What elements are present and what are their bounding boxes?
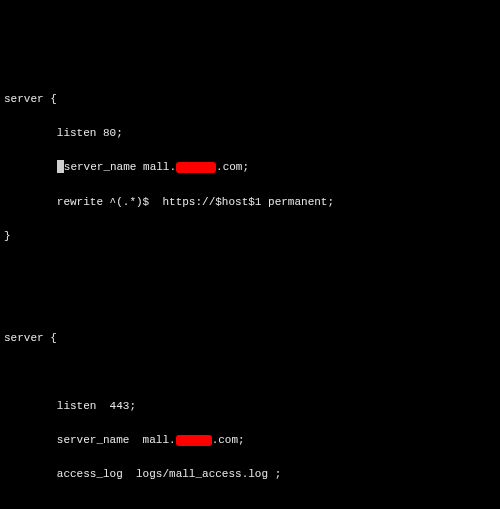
server2-listen: listen 443; <box>4 398 496 415</box>
blank-line <box>4 364 496 381</box>
server1-listen: listen 80; <box>4 125 496 142</box>
text-cursor[interactable] <box>57 160 64 173</box>
server1-open: server { <box>4 91 496 108</box>
server-name-text-b: .com; <box>212 434 245 446</box>
server-name-text-a: server_name mall. <box>4 434 176 446</box>
server1-server-name: server_name mall.xxxx.com; <box>4 159 496 176</box>
server-name-text-b: .com; <box>216 161 249 173</box>
server1-close: } <box>4 228 496 245</box>
blank-line <box>4 500 496 509</box>
redacted-domain: xxx <box>176 435 212 446</box>
server2-server-name: server_name mall.xxx.com; <box>4 432 496 449</box>
indent <box>4 161 57 173</box>
config-file-viewer: server { listen 80; server_name mall.xxx… <box>4 74 496 509</box>
server2-access-log: access_log logs/mall_access.log ; <box>4 466 496 483</box>
server-name-text-a: server_name mall. <box>64 161 176 173</box>
server1-rewrite: rewrite ^(.*)$ https://$host$1 permanent… <box>4 194 496 211</box>
blank-line <box>4 262 496 279</box>
blank-line <box>4 296 496 313</box>
server2-open: server { <box>4 330 496 347</box>
redacted-domain: xxxx <box>176 162 216 173</box>
